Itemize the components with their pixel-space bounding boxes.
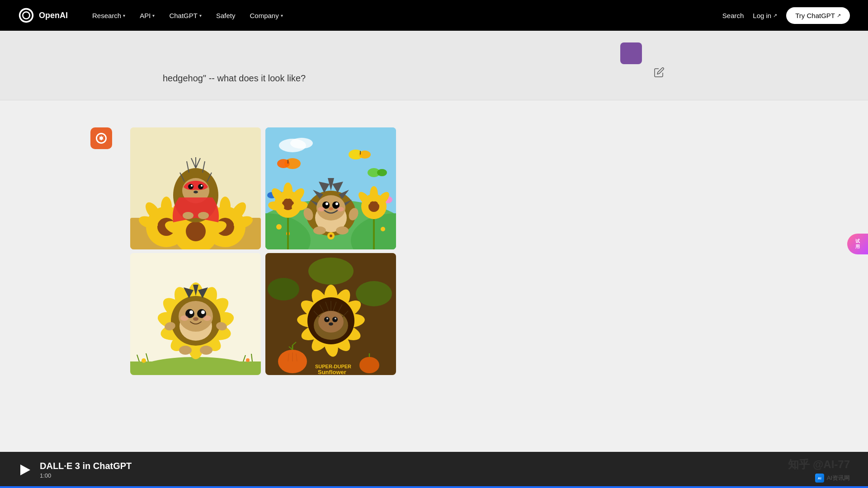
user-message-section: hedgehog" -- what does it look like? [0, 31, 868, 100]
svg-point-174 [335, 318, 336, 319]
video-info: DALL·E 3 in ChatGPT 1:00 [40, 461, 132, 479]
main-content: hedgehog" -- what does it look like? [0, 31, 868, 488]
svg-point-131 [179, 346, 192, 355]
watermarks: 知乎 @AI-77 AI AI资讯网 [788, 457, 850, 483]
svg-point-38 [183, 212, 193, 219]
svg-point-132 [200, 346, 212, 355]
svg-point-34 [198, 184, 203, 189]
arrow-icon: ↗ [837, 13, 841, 19]
svg-point-91 [313, 226, 326, 235]
svg-point-37 [193, 191, 198, 193]
video-progress-bar[interactable] [0, 486, 868, 488]
svg-point-53 [359, 150, 371, 159]
svg-point-39 [198, 212, 209, 219]
ai-response-row: SUPER-DUPER Sunflower [90, 114, 778, 375]
svg-point-175 [329, 323, 333, 326]
svg-point-89 [337, 207, 344, 211]
svg-point-18 [186, 221, 206, 241]
nav-api[interactable]: API ▾ [133, 8, 161, 23]
image-grid-container: SUPER-DUPER Sunflower [130, 127, 397, 375]
video-duration: 1:00 [40, 472, 132, 479]
svg-point-126 [180, 315, 189, 321]
svg-point-5 [161, 197, 172, 216]
nav-chatgpt[interactable]: ChatGPT ▾ [163, 8, 208, 23]
svg-point-87 [335, 202, 338, 205]
edit-icon-container [654, 67, 665, 80]
image-1[interactable] [130, 127, 261, 249]
svg-point-136 [268, 278, 299, 300]
user-message-text: hedgehog" -- what does it look like? [163, 71, 306, 83]
nav-links: Research ▾ API ▾ ChatGPT ▾ Safety Compan… [86, 8, 722, 23]
svg-point-125 [193, 317, 198, 321]
search-button[interactable]: Search [722, 12, 744, 19]
chevron-down-icon: ▾ [199, 13, 202, 18]
float-button-label: 试用 [855, 239, 860, 249]
play-triangle-icon [20, 465, 30, 475]
logo-text: OpenAI [39, 11, 68, 20]
image-3[interactable] [130, 253, 261, 375]
svg-point-71 [370, 186, 378, 202]
image-4[interactable]: SUPER-DUPER Sunflower [265, 253, 396, 375]
svg-point-183 [359, 357, 379, 373]
svg-point-42 [290, 138, 313, 149]
svg-point-56 [377, 169, 387, 176]
svg-point-171 [324, 317, 330, 322]
chevron-down-icon: ▾ [152, 13, 155, 18]
ai-badge: AI AI资讯网 [815, 474, 850, 483]
svg-point-63 [283, 183, 292, 199]
hedgehog-superhero-image [130, 127, 261, 249]
float-action-button[interactable]: 试用 [847, 234, 868, 254]
user-avatar [620, 42, 642, 64]
try-chatgpt-button[interactable]: Try ChatGPT ↗ [786, 7, 850, 24]
nav-research[interactable]: Research ▾ [86, 8, 132, 23]
svg-point-46 [276, 224, 282, 230]
image-grid: SUPER-DUPER Sunflower [130, 127, 397, 375]
ai-response-section: SUPER-DUPER Sunflower [0, 100, 868, 420]
svg-point-88 [318, 207, 325, 211]
navbar: OpenAI Research ▾ API ▾ ChatGPT ▾ Safety… [0, 0, 868, 31]
svg-point-138 [308, 258, 354, 285]
nav-company[interactable]: Company ▾ [243, 8, 289, 23]
svg-point-173 [326, 318, 328, 319]
zhihu-watermark: 知乎 @AI-77 [788, 457, 850, 472]
chevron-down-icon: ▾ [281, 13, 283, 18]
svg-point-123 [189, 310, 193, 314]
ai-avatar [90, 127, 112, 149]
svg-point-105 [246, 358, 250, 362]
video-bar: DALL·E 3 in ChatGPT 1:00 知乎 @AI-77 AI AI… [0, 452, 868, 488]
svg-point-124 [201, 310, 205, 314]
svg-point-172 [332, 317, 338, 322]
chevron-down-icon: ▾ [123, 13, 125, 18]
svg-point-12 [220, 197, 231, 216]
logo[interactable]: OpenAI [18, 7, 68, 23]
svg-point-33 [188, 184, 193, 189]
svg-point-35 [191, 185, 193, 187]
nav-right: Search Log in ↗ Try ChatGPT ↗ [722, 7, 850, 24]
svg-point-170 [318, 311, 344, 333]
svg-point-137 [356, 281, 392, 306]
svg-point-96 [330, 235, 332, 237]
message-row [0, 38, 868, 73]
openai-logo-icon [18, 7, 34, 23]
ai-badge-label: AI资讯网 [827, 474, 850, 482]
edit-icon[interactable] [654, 67, 665, 78]
svg-rect-99 [130, 361, 261, 375]
svg-point-86 [326, 202, 328, 205]
external-link-icon: ↗ [773, 13, 777, 19]
image-2[interactable] [265, 127, 396, 249]
svg-point-92 [336, 226, 349, 235]
login-button[interactable]: Log in ↗ [753, 12, 777, 19]
ai-badge-icon: AI [815, 474, 824, 483]
video-title: DALL·E 3 in ChatGPT [40, 461, 132, 471]
svg-point-36 [201, 185, 203, 187]
svg-point-104 [142, 358, 146, 363]
cartoon-hedgehog-sunflower-hat-image [130, 253, 261, 375]
cartoon-hedgehog-butterflies-image [265, 127, 396, 249]
nav-safety[interactable]: Safety [210, 8, 242, 23]
chatgpt-icon [94, 131, 108, 145]
hedgehog-sunflower-pumpkins-image: SUPER-DUPER Sunflower [265, 253, 396, 375]
video-play-button[interactable] [18, 463, 33, 477]
svg-text:Sunflower: Sunflower [318, 369, 346, 375]
svg-point-47 [381, 227, 385, 231]
svg-point-90 [329, 207, 333, 211]
